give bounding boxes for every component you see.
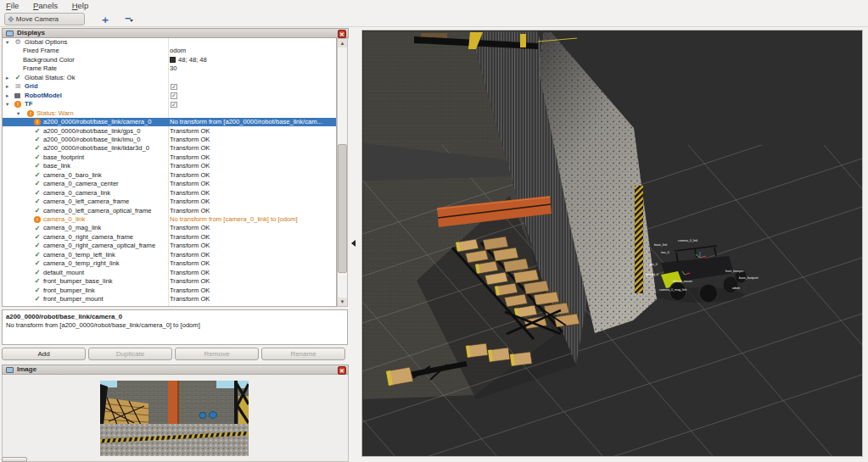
image-panel-header[interactable]: Image ✕: [2, 365, 349, 375]
row-label: Fixed Frame: [23, 47, 59, 55]
row-label: camera_0_left_camera_frame: [43, 198, 129, 206]
display-row[interactable]: ▾!TF✓: [3, 100, 337, 109]
tf-frame-row[interactable]: ✓camera_0_temp_left_linkTransform OK: [3, 251, 337, 259]
tf-frame-row[interactable]: !camera_0_linkNo transform from [camera_…: [3, 215, 337, 224]
row-value: odom: [170, 47, 336, 55]
ok-icon: ✓: [34, 163, 41, 170]
displays-panel-icon: [6, 31, 14, 36]
tf-frame-row[interactable]: ✓camera_0_mag_linkTransform OK: [3, 224, 337, 232]
add-tool-icon[interactable]: ＋: [100, 13, 110, 27]
ok-icon: ✓: [34, 172, 41, 179]
scroll-up-button[interactable]: ▲: [338, 39, 347, 47]
row-label: front_bumper_link: [43, 287, 95, 295]
tf-frame-row[interactable]: ✓camera_0_left_camera_frameTransform OK: [3, 198, 337, 206]
ok-icon: ✓: [34, 278, 41, 285]
display-row[interactable]: ▾⚙Global Options: [3, 38, 337, 47]
ok-icon: ✓: [34, 305, 41, 307]
chevron-down-icon: [130, 19, 133, 22]
display-row[interactable]: ▸✓Global Status: Ok: [3, 74, 337, 82]
row-label: camera_0_baro_link: [43, 171, 102, 180]
row-label: base_footprint: [43, 153, 84, 162]
display-row[interactable]: Frame Rate30: [3, 64, 337, 73]
collapse-arrow-icon[interactable]: ▾: [6, 38, 8, 47]
render-viewport[interactable]: base_link camera_0_link imu_0 gps_0 lida…: [361, 30, 863, 457]
tf-frame-row[interactable]: ✓camera_0_baro_linkTransform OK: [3, 171, 337, 180]
row-label: Global Options: [25, 38, 67, 47]
scene-3d: base_link camera_0_link imu_0 gps_0 lida…: [362, 31, 862, 456]
display-row[interactable]: ▸RobotModel✓: [3, 92, 337, 100]
row-value: Transform OK: [170, 295, 336, 303]
tf-frame-row[interactable]: ✓base_linkTransform OK: [3, 162, 337, 170]
row-label: base_link: [43, 162, 70, 170]
tf-frame-row[interactable]: ✓a200_0000/robot/base_link/gps_0Transfor…: [3, 127, 337, 136]
tf-frame-row[interactable]: ✓camera_0_camera_linkTransform OK: [3, 189, 337, 198]
scroll-down-button[interactable]: ▼: [338, 298, 347, 306]
displays-close-button[interactable]: ✕: [338, 30, 346, 38]
gear-icon: ⚙: [14, 39, 21, 46]
menu-help[interactable]: Help: [66, 0, 95, 11]
collapse-arrow-icon[interactable]: ▾: [6, 100, 8, 109]
tf-frame-row[interactable]: ✓a200_0000/robot/base_link/lidar3d_0Tran…: [3, 144, 337, 153]
tf-frame-row[interactable]: ✓front_bumper_mountTransform OK: [3, 295, 337, 303]
move-camera-label: Move Camera: [16, 15, 59, 23]
display-row[interactable]: Fixed Frameodom: [3, 47, 337, 55]
scrollbar-thumb[interactable]: [338, 144, 347, 273]
menu-file[interactable]: File: [0, 0, 25, 11]
rename-button[interactable]: Rename: [261, 348, 345, 360]
tf-frame-row[interactable]: ✓default_mountTransform OK: [3, 269, 337, 277]
ok-icon: ✓: [34, 136, 41, 143]
enabled-checkbox[interactable]: ✓: [171, 102, 177, 109]
menu-panels[interactable]: Panels: [27, 0, 64, 11]
row-label: a200_0000/robot/base_link/gps_0: [43, 127, 140, 136]
row-value: Transform OK: [170, 144, 336, 153]
remove-tool-icon[interactable]: −: [125, 12, 132, 25]
tree-scrollbar[interactable]: ▲ ▼: [337, 38, 348, 307]
status-detail-box: a200_0000/robot/base_link/camera_0 No tr…: [2, 309, 348, 345]
tf-frame-row[interactable]: ✓camera_0_temp_right_linkTransform OK: [3, 259, 337, 268]
display-row[interactable]: Background Color48; 48; 48: [3, 56, 337, 64]
expand-arrow-icon[interactable]: ▸: [6, 82, 8, 91]
displays-panel-header[interactable]: Displays ✕: [2, 28, 349, 38]
svg-text:camera_0_mag_link: camera_0_mag_link: [659, 288, 687, 292]
image-close-button[interactable]: ✕: [338, 366, 346, 375]
tf-frame-row[interactable]: ✓a200_0000/robot/base_link/imu_0Transfor…: [3, 136, 337, 144]
duplicate-button[interactable]: Duplicate: [88, 348, 172, 360]
row-label: camera_0_link: [43, 215, 85, 224]
expand-arrow-icon[interactable]: ▸: [6, 74, 8, 82]
row-value: Transform OK: [170, 259, 336, 268]
add-button[interactable]: Add: [2, 348, 86, 360]
display-row[interactable]: ▾!Status: Warn: [3, 109, 337, 118]
splitter-collapse-icon[interactable]: [351, 240, 356, 247]
ok-icon: ✓: [34, 260, 41, 267]
row-value: Transform OK: [170, 198, 336, 206]
row-label: RobotModel: [25, 92, 62, 100]
move-camera-tool-button[interactable]: ✥ Move Camera: [4, 13, 85, 25]
row-label: a200_0000/robot/base_link/camera_0: [43, 118, 152, 126]
row-label: front_bumper_mount: [43, 295, 104, 303]
tf-frame-row[interactable]: ✓camera_0_right_camera_optical_frameTran…: [3, 242, 337, 250]
enabled-checkbox[interactable]: ✓: [171, 92, 177, 99]
collapse-arrow-icon[interactable]: ▾: [17, 109, 20, 118]
ok-icon: ✓: [34, 296, 41, 303]
row-label: front_bumper_base_link: [43, 277, 112, 286]
row-label: front_left_fender_link: [43, 304, 104, 308]
tf-frame-row[interactable]: ✓camera_0_camera_centerTransform OK: [3, 180, 337, 188]
expand-arrow-icon[interactable]: ▸: [6, 92, 8, 100]
warn-icon: !: [34, 119, 41, 125]
display-row[interactable]: ▸⊞Grid✓: [3, 82, 337, 91]
tf-frame-row[interactable]: ✓front_bumper_base_linkTransform OK: [3, 277, 337, 286]
tf-frame-row[interactable]: ✓front_bumper_linkTransform OK: [3, 287, 337, 295]
tf-frame-row[interactable]: ✓front_left_fender_linkTransform OK: [3, 304, 337, 308]
row-value: Transform OK: [170, 180, 336, 188]
enabled-checkbox[interactable]: ✓: [171, 84, 177, 91]
row-label: camera_0_left_camera_optical_frame: [43, 207, 151, 215]
tf-frame-row[interactable]: !a200_0000/robot/base_link/camera_0No tr…: [3, 118, 337, 126]
tf-frame-row[interactable]: ✓camera_0_right_camera_frameTransform OK: [3, 233, 337, 242]
row-label: camera_0_temp_left_link: [43, 251, 115, 259]
tf-frame-row[interactable]: ✓base_footprintTransform OK: [3, 153, 337, 162]
partial-button[interactable]: [2, 457, 27, 462]
tf-frame-row[interactable]: ✓camera_0_left_camera_optical_frameTrans…: [3, 207, 337, 215]
displays-tree[interactable]: ▾⚙Global OptionsFixed FrameodomBackgroun…: [2, 38, 337, 307]
ok-icon: ✓: [34, 190, 41, 197]
remove-button[interactable]: Remove: [175, 348, 259, 360]
